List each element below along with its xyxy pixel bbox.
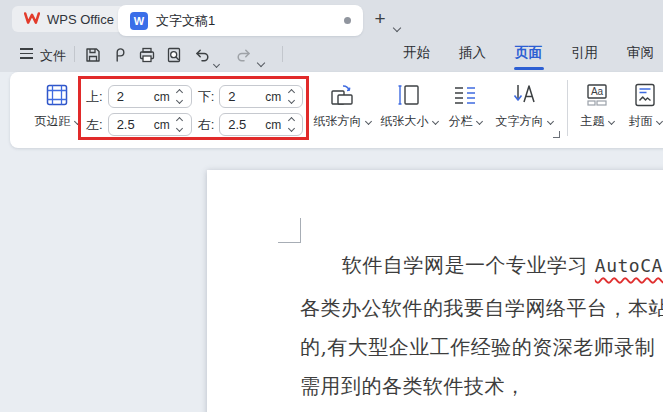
page-margins-label: 页边距 — [35, 113, 71, 130]
margin-right-label: 右: — [198, 116, 215, 134]
theme-label: 主题 — [581, 113, 605, 130]
paragraph-text: 各类办公软件的我要自学网络平台，本站 — [300, 296, 663, 320]
margin-row-left-right: 左: 2.5 cm 右: 2.5 cm — [86, 113, 309, 136]
tab-review[interactable]: 审阅 — [627, 42, 654, 70]
wps-writer-window: WPS Office W 文字文稿1 + 文件 — [0, 0, 663, 412]
margin-top-value[interactable]: 2 — [109, 89, 154, 104]
divider — [74, 46, 75, 62]
margin-left-label: 左: — [86, 116, 103, 134]
undo-options-chevron-icon[interactable] — [214, 53, 219, 71]
document-text-line[interactable]: 的,有大型企业工作经验的资深老师录制， — [300, 334, 663, 361]
wps-home-button[interactable]: WPS Office — [12, 6, 126, 32]
paragraph-text: 的,有大型企业工作经验的资深老师录制， — [300, 335, 663, 359]
margin-bottom-input[interactable]: 2 cm — [219, 85, 303, 108]
redo-icon[interactable] — [234, 45, 254, 65]
theme-button[interactable]: Aa 主题 — [573, 82, 621, 130]
file-menu-button[interactable]: 文件 — [40, 47, 66, 65]
cover-page-icon — [632, 82, 658, 108]
cover-page-label: 封面 — [629, 113, 653, 130]
svg-text:Aa: Aa — [591, 86, 604, 97]
margin-right-input[interactable]: 2.5 cm — [219, 113, 303, 136]
margin-right-unit: cm — [265, 118, 281, 132]
page-setup-dialog-launcher-icon[interactable] — [553, 131, 560, 138]
columns-label: 分栏 — [449, 113, 473, 130]
margin-top-label: 上: — [86, 88, 103, 106]
margin-bottom-label: 下: — [198, 88, 215, 106]
divider — [282, 46, 283, 62]
document-text-line[interactable]: 软件自学网是一个专业学习 AutoCAD — [342, 252, 663, 279]
text-direction-button[interactable]: 文字方向 — [490, 82, 558, 130]
paragraph-text: 软件自学网是一个专业学习 — [342, 253, 595, 277]
margin-row-top-bottom: 上: 2 cm 下: 2 cm — [86, 85, 309, 108]
paper-size-icon — [396, 82, 422, 108]
titlebar: WPS Office W 文字文稿1 + 文件 — [0, 0, 663, 72]
text-direction-label: 文字方向 — [496, 113, 544, 130]
cover-page-button[interactable]: 封面 — [621, 82, 663, 130]
hamburger-menu-icon[interactable] — [20, 48, 33, 59]
margin-left-unit: cm — [154, 118, 170, 132]
misspelled-word: AutoCAD — [595, 255, 663, 276]
print-preview-icon[interactable] — [164, 45, 184, 65]
new-tab-button[interactable]: + — [368, 7, 392, 31]
tab-home[interactable]: 开始 — [403, 42, 430, 70]
tab-references[interactable]: 引用 — [571, 42, 598, 70]
export-pdf-icon[interactable] — [110, 45, 130, 65]
ribbon-panel: 页边距 上: 2 cm 下: 2 cm 左: 2.5 cm — [10, 72, 663, 148]
save-icon[interactable] — [83, 45, 103, 65]
tab-insert[interactable]: 插入 — [459, 42, 486, 70]
theme-icon: Aa — [584, 82, 610, 108]
print-icon[interactable] — [137, 45, 157, 65]
margin-left-value[interactable]: 2.5 — [109, 117, 154, 132]
quickbar-more-chevron-icon[interactable] — [258, 52, 264, 70]
document-text-line[interactable]: 各类办公软件的我要自学网络平台，本站 — [300, 295, 663, 322]
margin-bottom-value[interactable]: 2 — [220, 89, 265, 104]
tab-page[interactable]: 页面 — [515, 42, 542, 70]
paper-orientation-button[interactable]: 纸张方向 — [309, 82, 375, 130]
margin-bottom-stepper[interactable] — [284, 90, 298, 103]
page-margins-button[interactable]: 页边距 — [26, 82, 88, 130]
document-text-line[interactable]: 需用到的各类软件技术， — [300, 373, 526, 400]
margin-left-input[interactable]: 2.5 cm — [108, 113, 192, 136]
writer-doc-icon: W — [130, 12, 148, 30]
tab-list-chevron-icon[interactable] — [394, 17, 400, 35]
ribbon-tab-bar: 开始 插入 页面 引用 审阅 — [403, 42, 654, 70]
paper-size-label: 纸张大小 — [381, 113, 429, 130]
wps-logo-icon — [24, 10, 40, 28]
paper-size-button[interactable]: 纸张大小 — [376, 82, 442, 130]
paragraph-text: 需用到的各类软件技术， — [300, 374, 526, 398]
margin-left-stepper[interactable] — [173, 118, 187, 131]
document-tab[interactable]: W 文字文稿1 — [118, 5, 363, 36]
brand-label: WPS Office — [47, 12, 114, 27]
margin-right-stepper[interactable] — [284, 118, 298, 131]
margin-top-stepper[interactable] — [173, 90, 187, 103]
margin-right-value[interactable]: 2.5 — [220, 117, 265, 132]
document-tab-title: 文字文稿1 — [156, 12, 215, 30]
columns-icon — [452, 82, 478, 108]
unsaved-indicator-icon — [344, 17, 351, 24]
text-direction-icon — [511, 82, 537, 108]
divider — [567, 80, 568, 136]
undo-icon[interactable] — [192, 45, 212, 65]
margin-bottom-unit: cm — [265, 90, 281, 104]
page-margins-icon — [45, 82, 69, 108]
paper-orientation-icon — [329, 82, 355, 108]
margin-top-input[interactable]: 2 cm — [108, 85, 192, 108]
margin-corner-mark — [278, 218, 301, 243]
margin-top-unit: cm — [154, 90, 170, 104]
paper-orientation-label: 纸张方向 — [314, 113, 362, 130]
columns-button[interactable]: 分栏 — [440, 82, 490, 130]
